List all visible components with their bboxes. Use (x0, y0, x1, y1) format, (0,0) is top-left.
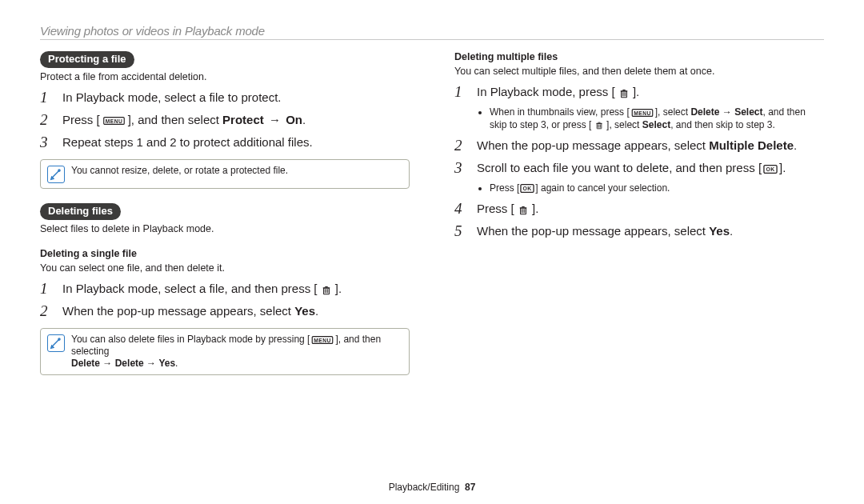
note-icon (47, 334, 65, 352)
step-text: When the pop-up message appears, select … (477, 137, 797, 154)
content-columns: Protecting a file Protect a file from ac… (40, 51, 824, 375)
step-text: In Playback mode, select a file to prote… (62, 89, 281, 106)
step-item: 3 Scroll to each file you want to delete… (454, 159, 824, 177)
step-text: When the pop-up message appears, select … (477, 222, 733, 240)
step-item: 4 Press [ ]. (454, 200, 824, 218)
steps-delete-multi: 1 In Playback mode, press [ ]. (454, 83, 824, 101)
page-header: Viewing photos or videos in Playback mod… (40, 24, 824, 40)
trash-key-icon (619, 88, 629, 98)
step-number: 1 (40, 280, 53, 298)
menu-key-icon (101, 117, 127, 125)
ok-key-icon (520, 184, 534, 193)
steps-delete-multi-cont2: 4 Press [ ]. 5 When the pop-up message a… (454, 200, 824, 240)
menu-key-icon (630, 109, 654, 117)
section-pill-protecting: Protecting a file (40, 51, 134, 68)
step-item: 3 Repeat steps 1 and 2 to protect additi… (40, 134, 410, 151)
right-column: Deleting multiple files You can select m… (454, 51, 824, 375)
step-number: 3 (40, 134, 53, 151)
bullet-item: When in thumbnails view, press [], selec… (490, 106, 824, 131)
step-item: 1 In Playback mode, select a file, and t… (40, 280, 410, 298)
step-number: 2 (40, 302, 53, 320)
bullet-item: Press [] again to cancel your selection. (490, 182, 824, 194)
steps-delete-multi-cont: 2 When the pop-up message appears, selec… (454, 137, 824, 177)
page-footer: Playback/Editing 87 (0, 482, 864, 493)
menu-key-icon (310, 336, 334, 344)
step-text: When the pop-up message appears, select … (62, 302, 318, 320)
step-item: 1 In Playback mode, press [ ]. (454, 83, 824, 101)
sub-bullets: When in thumbnails view, press [], selec… (477, 106, 824, 131)
step-text: Repeat steps 1 and 2 to protect addition… (62, 134, 313, 151)
trash-key-icon (518, 205, 528, 215)
step-number: 5 (454, 222, 467, 240)
section-pill-deleting: Deleting files (40, 203, 121, 220)
sub-desc: You can select multiple files, and then … (454, 65, 824, 78)
step-number: 1 (40, 89, 53, 106)
step-item: 5 When the pop-up message appears, selec… (454, 222, 824, 240)
subheading: Deleting multiple files (454, 51, 824, 62)
section-desc: Protect a file from accidental deletion. (40, 70, 410, 83)
step-text: Scroll to each file you want to delete, … (477, 159, 786, 177)
note-icon (47, 166, 65, 183)
steps-delete-single: 1 In Playback mode, select a file, and t… (40, 280, 410, 320)
left-column: Protecting a file Protect a file from ac… (40, 51, 410, 375)
step-number: 4 (454, 200, 467, 218)
step-number: 3 (454, 159, 467, 177)
step-text: In Playback mode, press [ ]. (477, 83, 639, 101)
note-box: You cannot resize, delete, or rotate a p… (40, 159, 410, 189)
subheading: Deleting a single file (40, 248, 410, 259)
trash-key-icon (595, 120, 603, 130)
step-item: 1 In Playback mode, select a file to pro… (40, 89, 410, 106)
steps-protecting: 1 In Playback mode, select a file to pro… (40, 89, 410, 151)
step-number: 2 (40, 111, 53, 129)
step-text: In Playback mode, select a file, and the… (62, 280, 342, 298)
footer-label: Playback/Editing (389, 482, 460, 493)
note-text: You cannot resize, delete, or rotate a p… (71, 165, 288, 177)
step-item: 2 When the pop-up message appears, selec… (40, 302, 410, 320)
step-number: 2 (454, 137, 467, 154)
note-box: You can also delete files in Playback mo… (40, 328, 410, 375)
manual-page: Viewing photos or videos in Playback mod… (0, 0, 864, 504)
step-text: Press [ ]. (477, 200, 538, 218)
step-text: Press [], and then select Protect → On. (62, 111, 306, 129)
note-text: You can also delete files in Playback mo… (71, 334, 402, 370)
step-item: 2 When the pop-up message appears, selec… (454, 137, 824, 154)
ok-key-icon (762, 165, 778, 174)
step-number: 1 (454, 83, 467, 101)
section-desc: Select files to delete in Playback mode. (40, 222, 410, 235)
trash-key-icon (322, 285, 331, 295)
sub-desc: You can select one file, and then delete… (40, 262, 410, 274)
sub-bullets: Press [] again to cancel your selection. (477, 182, 824, 194)
step-item: 2 Press [], and then select Protect → On… (40, 111, 410, 129)
footer-page-number: 87 (465, 482, 475, 493)
